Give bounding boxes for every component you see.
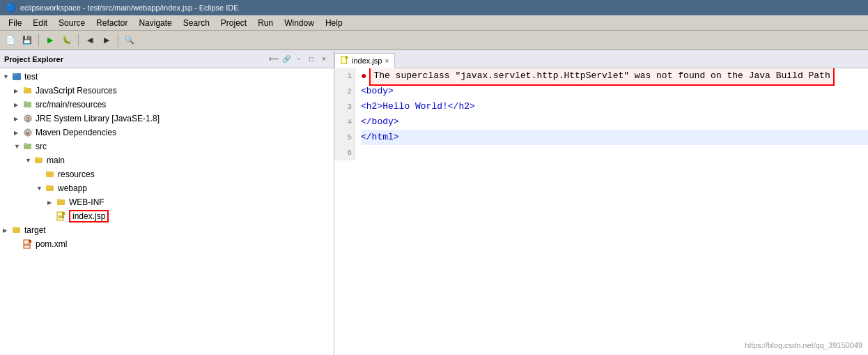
tree-item-jre[interactable]: ▶ J JRE System Library [JavaSE-1.8]	[0, 112, 334, 126]
tree-arrow-smr: ▶	[14, 102, 22, 108]
menu-help[interactable]: Help	[320, 17, 348, 29]
tree-arrow-test: ▼	[3, 73, 11, 80]
code-area: 1 2 3 4 5 6 ● The superclass "javax.serv…	[334, 68, 868, 160]
tree-item-target[interactable]: ▶ target	[0, 223, 334, 237]
tree-item-resources[interactable]: resources	[0, 167, 334, 181]
tree-label-web-inf: WEB-INF	[69, 197, 104, 207]
toolbar-sep-2	[78, 34, 79, 47]
toolbar-new-btn[interactable]: 📄	[3, 33, 18, 48]
tree-label-src: src	[36, 142, 47, 151]
svg-rect-13	[35, 157, 38, 159]
code-line-2: <body>	[361, 84, 868, 99]
error-dot-icon: ●	[361, 68, 366, 84]
tree-label-main: main	[47, 156, 65, 165]
line-numbers: 1 2 3 4 5 6	[334, 68, 355, 160]
svg-rect-11	[24, 143, 27, 145]
code-line-6	[361, 145, 868, 160]
title-bar-icon: 🔵	[6, 3, 16, 13]
line-num-5: 5	[334, 130, 352, 145]
menu-bar: File Edit Source Refactor Navigate Searc…	[0, 15, 868, 31]
project-tree: ▼ test ▶ JavaScript Re	[0, 68, 334, 355]
code-line-3: <h2>Hello World!</h2>	[361, 99, 868, 114]
tree-item-main[interactable]: ▼ main	[0, 153, 334, 167]
main-layout: Project Explorer ⟵ 🔗 − □ × ▼ test	[0, 50, 868, 355]
menu-run[interactable]: Run	[252, 17, 279, 29]
tree-label-index-jsp: index.jsp	[69, 210, 109, 222]
tree-arrow-target: ▶	[3, 227, 11, 234]
menu-project[interactable]: Project	[215, 17, 252, 29]
title-bar-text: eclipseworkspace - test/src/main/webapp/…	[20, 3, 239, 12]
webapp-folder-icon	[45, 183, 56, 194]
svg-text:XML: XML	[24, 243, 31, 247]
src-icon	[22, 141, 33, 152]
resources-folder-icon	[45, 169, 56, 180]
svg-rect-26	[29, 240, 31, 243]
editor-content[interactable]: 1 2 3 4 5 6 ● The superclass "javax.serv…	[334, 68, 868, 355]
menu-window[interactable]: Window	[279, 17, 320, 29]
toolbar-save-btn[interactable]: 💾	[20, 33, 35, 48]
sidebar-collapse-btn[interactable]: ⟵	[268, 54, 279, 65]
tree-item-webapp[interactable]: ▼ webapp	[0, 181, 334, 195]
svg-rect-15	[46, 171, 49, 173]
svg-rect-19	[57, 199, 61, 201]
line-num-6: 6	[334, 145, 352, 160]
tab-icon-jsp	[341, 56, 349, 66]
tab-index-jsp[interactable]: index.jsp ×	[334, 53, 395, 68]
tree-item-src-main-resources[interactable]: ▶ src/main/resources	[0, 98, 334, 112]
js-resources-icon	[22, 85, 33, 96]
code-line-3-content: <h2>Hello World!</h2>	[361, 99, 475, 114]
sidebar-header-actions: ⟵ 🔗 − □ ×	[268, 54, 330, 65]
webinf-folder-icon	[56, 197, 67, 208]
sidebar-close-btn[interactable]: ×	[318, 54, 330, 65]
tree-label-maven: Maven Dependencies	[36, 128, 116, 137]
code-line-1: ● The superclass "javax.servlet.http.Htt…	[361, 68, 868, 84]
menu-search[interactable]: Search	[178, 17, 215, 29]
tree-item-web-inf[interactable]: ▶ WEB-INF	[0, 195, 334, 209]
tree-item-js-resources[interactable]: ▶ JavaScript Resources	[0, 84, 334, 98]
svg-text:M: M	[26, 131, 29, 135]
maven-icon: M	[22, 127, 33, 138]
svg-rect-29	[346, 56, 348, 59]
toolbar-search-btn[interactable]: 🔍	[122, 33, 137, 48]
tree-label-resources: resources	[58, 169, 95, 179]
line-num-3: 3	[334, 99, 352, 114]
toolbar-sep-3	[118, 34, 118, 47]
tree-item-pom-xml[interactable]: XML pom.xml	[0, 237, 334, 251]
toolbar-debug-btn[interactable]: 🐛	[59, 33, 75, 48]
toolbar-fwd-btn[interactable]: ▶	[99, 33, 114, 48]
tree-arrow-js: ▶	[14, 88, 22, 94]
tree-label-src-main-resources: src/main/resources	[36, 100, 106, 109]
tree-item-src[interactable]: ▼ src	[0, 139, 334, 153]
code-line-5: </html>	[361, 130, 868, 145]
sidebar-maximize-btn[interactable]: □	[306, 54, 317, 65]
pom-xml-icon: XML	[22, 239, 33, 250]
src-resources-icon	[22, 99, 33, 110]
tree-arrow-src: ▼	[14, 143, 22, 150]
menu-edit[interactable]: Edit	[27, 17, 53, 29]
tree-arrow-webapp: ▼	[36, 185, 45, 192]
tree-label-js-resources: JavaScript Resources	[36, 86, 117, 96]
main-folder-icon	[33, 155, 45, 166]
svg-rect-3	[24, 87, 27, 89]
menu-file[interactable]: File	[3, 17, 27, 29]
sidebar-minimize-btn[interactable]: −	[293, 54, 304, 65]
tree-label-pom-xml: pom.xml	[36, 239, 67, 249]
tree-label-target: target	[24, 225, 46, 235]
menu-refactor[interactable]: Refactor	[91, 17, 133, 29]
tree-item-index-jsp[interactable]: JSP index.jsp	[0, 209, 334, 223]
tab-close-btn[interactable]: ×	[385, 57, 389, 65]
tree-item-test[interactable]: ▼ test	[0, 70, 334, 84]
tree-item-maven[interactable]: ▶ M Maven Dependencies	[0, 126, 334, 139]
editor-tabs: index.jsp ×	[334, 50, 868, 68]
sidebar-link-btn[interactable]: 🔗	[281, 54, 292, 65]
jre-icon: J	[22, 113, 33, 124]
indexjsp-icon: JSP	[56, 211, 67, 222]
error-message: The superclass "javax.servlet.http.HttpS…	[369, 68, 834, 86]
menu-navigate[interactable]: Navigate	[133, 17, 177, 29]
tree-arrow-webinf: ▶	[47, 199, 56, 206]
toolbar-run-btn[interactable]: ▶	[42, 33, 58, 48]
tree-label-jre: JRE System Library [JavaSE-1.8]	[36, 114, 160, 123]
menu-source[interactable]: Source	[53, 17, 91, 29]
svg-rect-5	[24, 101, 27, 103]
toolbar-back-btn[interactable]: ◀	[82, 33, 98, 48]
